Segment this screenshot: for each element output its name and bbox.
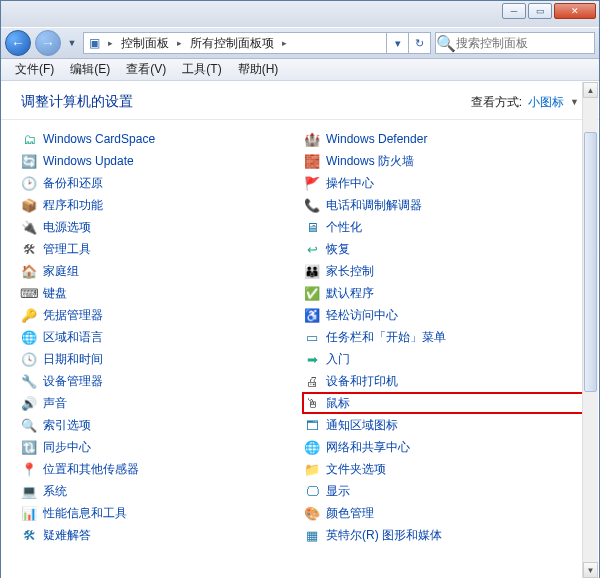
control-panel-icon: ▣ [84,36,104,50]
control-panel-item[interactable]: 📊性能信息和工具 [21,502,304,524]
control-panel-item[interactable]: 🔄Windows Update [21,150,304,172]
control-panel-item[interactable]: 🗔通知区域图标 [304,414,587,436]
menu-edit[interactable]: 编辑(E) [62,61,118,78]
refresh-button[interactable]: ↻ [408,32,430,54]
control-panel-item[interactable]: 🗂Windows CardSpace [21,128,304,150]
control-panel-item[interactable]: 🎨颜色管理 [304,502,587,524]
control-panel-item[interactable]: ↩恢复 [304,238,587,260]
back-button[interactable]: ← [5,30,31,56]
chevron-right-icon[interactable]: ▸ [173,38,186,48]
control-panel-item[interactable]: 🔌电源选项 [21,216,304,238]
restore-button[interactable]: ▭ [528,3,552,19]
control-panel-item[interactable]: 🧱Windows 防火墙 [304,150,587,172]
address-dropdown-button[interactable]: ▾ [386,32,408,54]
column-right: 🏰Windows Defender🧱Windows 防火墙🚩操作中心📞电话和调制… [304,128,587,560]
item-icon: 📁 [304,461,320,477]
item-icon: 🌐 [304,439,320,455]
control-panel-item[interactable]: 🌐网络和共享中心 [304,436,587,458]
menu-view[interactable]: 查看(V) [118,61,174,78]
control-panel-item[interactable]: 🕑备份和还原 [21,172,304,194]
item-label: 性能信息和工具 [43,505,127,522]
menu-file[interactable]: 文件(F) [7,61,62,78]
item-icon: 🖥 [304,219,320,235]
item-icon: 🗂 [21,131,37,147]
control-panel-item[interactable]: 🚩操作中心 [304,172,587,194]
item-icon: 🖵 [304,483,320,499]
chevron-right-icon[interactable]: ▸ [104,38,117,48]
control-panel-item[interactable]: 🔧设备管理器 [21,370,304,392]
item-icon: 🚩 [304,175,320,191]
control-panel-item[interactable]: 🖵显示 [304,480,587,502]
view-mode-value[interactable]: 小图标 [528,94,564,111]
control-panel-item[interactable]: 🔊声音 [21,392,304,414]
scroll-down-button[interactable]: ▼ [583,562,598,578]
search-box[interactable]: 🔍 [435,32,595,54]
control-panel-item[interactable]: ⌨键盘 [21,282,304,304]
menu-tools[interactable]: 工具(T) [174,61,229,78]
item-label: 位置和其他传感器 [43,461,139,478]
item-label: Windows Defender [326,132,427,146]
control-panel-item[interactable]: 🌐区域和语言 [21,326,304,348]
item-icon: 🕑 [21,175,37,191]
control-panel-item[interactable]: 🕓日期和时间 [21,348,304,370]
items-grid: 🗂Windows CardSpace🔄Windows Update🕑备份和还原📦… [1,120,599,568]
item-icon: 🖨 [304,373,320,389]
control-panel-item[interactable]: ▦英特尔(R) 图形和媒体 [304,524,587,546]
control-panel-item[interactable]: 🖱鼠标 [302,392,587,414]
menu-help[interactable]: 帮助(H) [230,61,287,78]
item-label: 恢复 [326,241,350,258]
chevron-down-icon[interactable]: ▼ [570,97,579,107]
control-panel-item[interactable]: 🛠疑难解答 [21,524,304,546]
control-panel-item[interactable]: 🔑凭据管理器 [21,304,304,326]
item-icon: 🧱 [304,153,320,169]
control-panel-item[interactable]: ✅默认程序 [304,282,587,304]
control-panel-item[interactable]: 🛠管理工具 [21,238,304,260]
item-icon: 🔧 [21,373,37,389]
scroll-thumb[interactable] [584,132,597,392]
item-label: 文件夹选项 [326,461,386,478]
item-icon: 🔌 [21,219,37,235]
item-label: 管理工具 [43,241,91,258]
control-panel-item[interactable]: 💻系统 [21,480,304,502]
control-panel-item[interactable]: ♿轻松访问中心 [304,304,587,326]
control-panel-item[interactable]: ▭任务栏和「开始」菜单 [304,326,587,348]
breadcrumb[interactable]: ▣ ▸ 控制面板 ▸ 所有控制面板项 ▸ ▾ ↻ [83,32,431,54]
search-input[interactable] [456,36,586,50]
control-panel-item[interactable]: 📞电话和调制解调器 [304,194,587,216]
item-icon: 🔄 [21,153,37,169]
control-panel-item[interactable]: 🖥个性化 [304,216,587,238]
control-panel-item[interactable]: 🔍索引选项 [21,414,304,436]
nav-history-dropdown[interactable]: ▼ [65,33,79,53]
vertical-scrollbar[interactable]: ▲ ▼ [582,82,598,578]
control-panel-item[interactable]: 🏰Windows Defender [304,128,587,150]
forward-button[interactable]: → [35,30,61,56]
titlebar: ─ ▭ ✕ [1,1,599,27]
item-label: 日期和时间 [43,351,103,368]
page-title: 调整计算机的设置 [21,93,133,111]
view-mode-selector[interactable]: 查看方式: 小图标 ▼ [471,94,579,111]
item-label: 通知区域图标 [326,417,398,434]
close-button[interactable]: ✕ [554,3,596,19]
control-panel-item[interactable]: 🔃同步中心 [21,436,304,458]
control-panel-item[interactable]: 📍位置和其他传感器 [21,458,304,480]
item-icon: 📦 [21,197,37,213]
crumb-control-panel[interactable]: 控制面板 [117,35,173,52]
item-icon: 🛠 [21,241,37,257]
control-panel-item[interactable]: ➡入门 [304,348,587,370]
minimize-button[interactable]: ─ [502,3,526,19]
crumb-all-items[interactable]: 所有控制面板项 [186,35,278,52]
item-icon: 🌐 [21,329,37,345]
control-panel-item[interactable]: 📁文件夹选项 [304,458,587,480]
control-panel-item[interactable]: 🖨设备和打印机 [304,370,587,392]
chevron-right-icon[interactable]: ▸ [278,38,291,48]
control-panel-item[interactable]: 📦程序和功能 [21,194,304,216]
item-label: Windows CardSpace [43,132,155,146]
item-icon: 📞 [304,197,320,213]
content-header: 调整计算机的设置 查看方式: 小图标 ▼ [1,81,599,120]
control-panel-item[interactable]: 🏠家庭组 [21,260,304,282]
scroll-up-button[interactable]: ▲ [583,82,598,98]
item-icon: 🎨 [304,505,320,521]
control-panel-item[interactable]: 👪家长控制 [304,260,587,282]
item-label: 设备管理器 [43,373,103,390]
item-label: 颜色管理 [326,505,374,522]
